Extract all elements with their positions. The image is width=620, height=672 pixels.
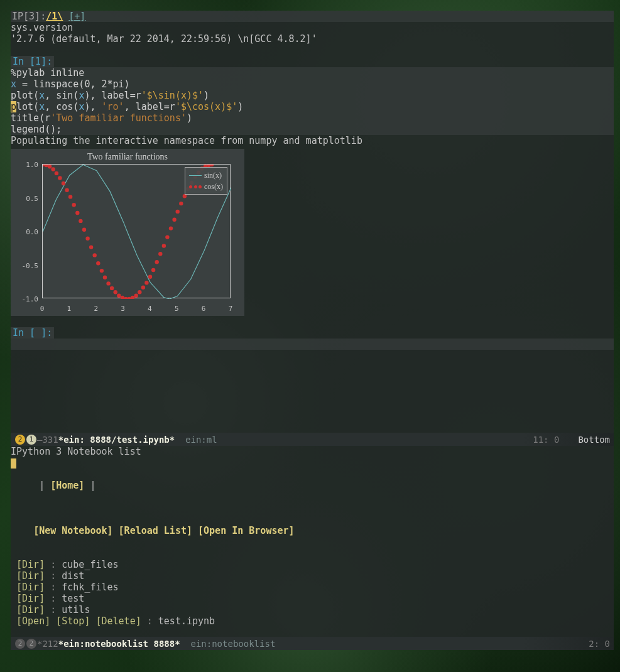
cell1-stdout: Populating the interactive namespace fro… bbox=[11, 135, 614, 146]
svg-point-41 bbox=[183, 194, 187, 198]
dir-link-0[interactable]: [Dir] bbox=[16, 559, 45, 570]
legend-sin: sin(x) bbox=[204, 170, 222, 181]
c1-l1[interactable]: %pylab inline bbox=[11, 67, 614, 79]
modeline-bottom: 2 2 * 212 *ein:notebooklist 8888* ein:no… bbox=[11, 637, 614, 650]
dir-link-4[interactable]: [Dir] bbox=[16, 604, 45, 615]
ml2-pos: 2: 0 bbox=[589, 638, 610, 649]
tab-plus[interactable]: [+] bbox=[68, 11, 85, 22]
svg-point-17 bbox=[100, 269, 104, 273]
svg-point-20 bbox=[110, 286, 114, 290]
dir-name-3: test bbox=[62, 593, 84, 604]
svg-point-34 bbox=[158, 252, 162, 256]
cell1-body[interactable]: %pylab inline x = linspace(0, 2*pi) plot… bbox=[11, 67, 614, 135]
svg-point-15 bbox=[93, 253, 97, 257]
nb-stop-button[interactable]: [Stop] bbox=[56, 615, 90, 627]
svg-point-19 bbox=[106, 281, 110, 285]
svg-point-6 bbox=[62, 182, 65, 185]
home-link[interactable]: [Home] bbox=[50, 480, 84, 491]
c1-l2[interactable]: x = linspace(0, 2*pi) bbox=[11, 79, 614, 90]
tab-bar: IP[3]: /1\ [+] bbox=[11, 11, 614, 22]
cell1-label: In [1]: bbox=[11, 56, 54, 67]
svg-point-38 bbox=[172, 218, 176, 222]
svg-point-13 bbox=[85, 237, 89, 241]
workspace-badge-a[interactable]: 2 bbox=[15, 435, 25, 445]
svg-point-2 bbox=[48, 165, 52, 168]
new-notebook-button[interactable]: [New Notebook] bbox=[33, 525, 112, 536]
svg-point-7 bbox=[65, 188, 68, 192]
plot-area: sin(x) cos(x) bbox=[42, 164, 231, 298]
svg-point-37 bbox=[169, 226, 173, 230]
legend-cos: cos(x) bbox=[204, 181, 223, 192]
bar-r: | bbox=[84, 480, 101, 491]
svg-point-29 bbox=[141, 286, 145, 290]
svg-point-8 bbox=[68, 195, 72, 198]
svg-point-27 bbox=[134, 294, 138, 298]
dir-link-1[interactable]: [Dir] bbox=[16, 570, 45, 582]
svg-point-22 bbox=[117, 294, 121, 298]
plot-legend: sin(x) cos(x) bbox=[185, 167, 227, 195]
workspace2-badge-a[interactable]: 2 bbox=[15, 639, 25, 649]
ml2-mode: ein:notebooklist bbox=[190, 638, 275, 649]
open-in-browser-button[interactable]: [Open In Browser] bbox=[198, 525, 295, 536]
modeline-top: 2 1 — 331 *ein: 8888/test.ipynb* ein:ml … bbox=[11, 433, 614, 446]
ml2-bufname: *ein:notebooklist 8888* bbox=[58, 638, 180, 649]
svg-point-1 bbox=[44, 165, 48, 167]
nb-filename: test.ipynb bbox=[158, 615, 215, 627]
svg-point-12 bbox=[82, 228, 86, 232]
svg-point-14 bbox=[89, 245, 93, 249]
ml1-bufname: *ein: 8888/test.ipynb* bbox=[58, 434, 175, 445]
plot-title: Two familiar functions bbox=[11, 151, 244, 163]
cell3-line2: '2.7.6 (default, Mar 22 2014, 22:59:56) … bbox=[11, 33, 614, 45]
text-cursor: p bbox=[11, 101, 16, 112]
svg-point-28 bbox=[138, 290, 141, 294]
svg-point-26 bbox=[131, 296, 134, 299]
svg-point-10 bbox=[75, 211, 79, 215]
nb-delete-button[interactable]: [Delete] bbox=[95, 615, 141, 627]
svg-point-33 bbox=[155, 260, 159, 264]
bar-l: | bbox=[33, 480, 50, 491]
c1-l4[interactable]: plot(x, cos(x), 'ro', label=r'$\cos(x)$'… bbox=[11, 101, 614, 112]
svg-point-4 bbox=[55, 171, 58, 175]
ml2-pct: 212 bbox=[42, 638, 58, 649]
empty-cell[interactable] bbox=[11, 339, 614, 350]
cursor-icon bbox=[11, 458, 16, 469]
nb-open-button[interactable]: [Open] bbox=[16, 615, 50, 627]
svg-point-32 bbox=[151, 268, 155, 272]
c1-l5[interactable]: title(r'Two familiar functions') bbox=[11, 112, 614, 124]
svg-point-40 bbox=[179, 202, 183, 205]
svg-point-5 bbox=[58, 176, 62, 180]
empty-cell-label: In [ ]: bbox=[11, 327, 54, 339]
notebooklist-pane: IPython 3 Notebook list | [Home] | [New … bbox=[11, 446, 614, 637]
dir-name-2: fchk_files bbox=[62, 582, 118, 593]
svg-point-30 bbox=[144, 281, 148, 285]
c1-l6[interactable]: legend(); bbox=[11, 124, 614, 135]
legend-line-icon bbox=[189, 175, 202, 176]
svg-point-35 bbox=[162, 244, 166, 247]
ml2-star: * bbox=[37, 638, 42, 649]
nblist-title: IPython 3 Notebook list bbox=[11, 446, 614, 457]
svg-point-11 bbox=[79, 219, 82, 223]
legend-dots-icon bbox=[189, 185, 202, 188]
plot-output: Two familiar functions sin(x) cos(x) -1.… bbox=[11, 149, 244, 316]
notebook-pane: IP[3]: /1\ [+] sys.version '2.7.6 (defau… bbox=[11, 11, 614, 433]
ml1-mode: ein:ml bbox=[185, 434, 217, 445]
dir-name-4: utils bbox=[62, 604, 90, 615]
svg-point-23 bbox=[121, 296, 124, 299]
reload-list-button[interactable]: [Reload List] bbox=[119, 525, 192, 536]
svg-point-25 bbox=[127, 297, 131, 299]
ml1-bottom: Bottom bbox=[578, 434, 610, 445]
svg-point-39 bbox=[176, 210, 180, 214]
ml1-pct: 331 bbox=[42, 434, 58, 445]
svg-point-9 bbox=[72, 203, 76, 207]
workspace-badge-b[interactable]: 1 bbox=[26, 435, 36, 445]
svg-point-18 bbox=[103, 276, 107, 279]
dir-link-3[interactable]: [Dir] bbox=[16, 593, 45, 604]
tab-active[interactable]: /1\ bbox=[46, 11, 63, 22]
svg-point-3 bbox=[52, 167, 55, 171]
dir-link-2[interactable]: [Dir] bbox=[16, 582, 45, 593]
ml1-dash: — bbox=[37, 434, 42, 445]
cell3-line1[interactable]: sys.version bbox=[11, 22, 614, 33]
ml1-pos: 11: 0 bbox=[533, 434, 559, 445]
c1-l3[interactable]: plot(x, sin(x), label=r'$\sin(x)$') bbox=[11, 90, 614, 101]
workspace2-badge-b[interactable]: 2 bbox=[26, 639, 36, 649]
